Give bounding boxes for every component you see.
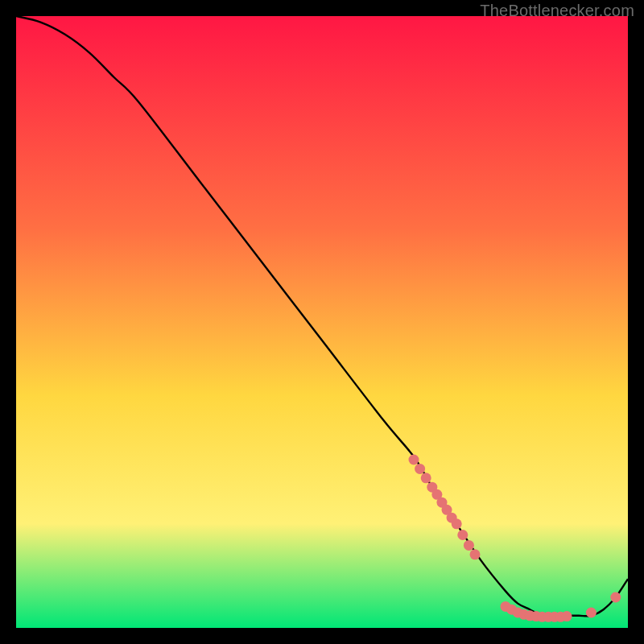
data-marker [409, 455, 419, 465]
data-marker [421, 473, 431, 483]
data-marker [464, 540, 474, 551]
data-marker [452, 518, 462, 529]
data-marker [562, 611, 572, 621]
chart-stage: TheBottlenecker.com [0, 0, 644, 644]
data-marker [610, 592, 621, 603]
bottleneck-chart [16, 16, 628, 628]
gradient-background [16, 16, 628, 628]
data-marker [457, 530, 468, 540]
data-marker [586, 608, 597, 618]
data-marker [415, 464, 425, 474]
data-marker [470, 549, 481, 559]
